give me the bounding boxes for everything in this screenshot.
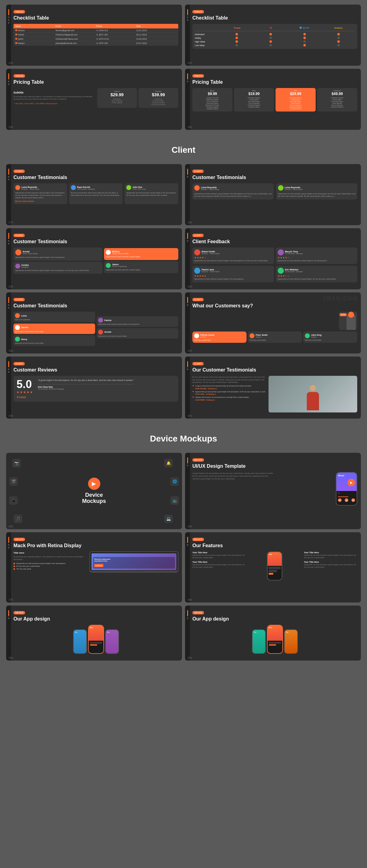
col-date: Date (136, 25, 176, 27)
slide-number: 35b (8, 525, 13, 528)
slide-testimonial-1: CLIENT Customer Testimonials Luisa Reyno… (6, 164, 182, 225)
col-phone: Phone (96, 25, 136, 27)
features-left: Your Title Here Apparently we had reache… (192, 552, 246, 568)
float-icon-laptop: 💻 (164, 515, 173, 523)
testimonial-card: Luisa Reynolds Director – Oliver Bank Ap… (13, 183, 67, 204)
testimonial-card: Ryan Everett Co-Founder, Software By the… (69, 183, 123, 204)
slide-number: 25b (8, 126, 13, 129)
device-title: DeviceMockups (82, 492, 106, 504)
slide-title: Mack Pro with Retina Display (13, 542, 178, 549)
slide-number: 27b (8, 221, 13, 224)
table-row: Quinn DGDaroni@Yahoo.com +1 2074 8712 13… (13, 37, 178, 41)
rating-number: 5.0 (17, 379, 33, 390)
plan-basic: Basic $9.99 System Tune UpProtection Aga… (192, 88, 232, 112)
badge: CLIENT (192, 169, 204, 173)
slide-testimonial-2: CLIENT Customer Testimonials Luisa Reyno… (185, 164, 361, 225)
badge: DEVICE (13, 611, 25, 614)
slide-checklist-table-1: TABLES Checklist Table Name Email Phone … (6, 5, 182, 66)
float-icon-video: 🎬 (9, 477, 18, 486)
testimonial-photo (269, 376, 357, 412)
slide-number: 21b (8, 61, 13, 64)
checklist-table: Name Email Phone Date Monica Monica@gmai… (13, 24, 178, 45)
slide-checklist-table-2: TABLES Checklist Table ✦neat ✕ 🅢 SCTV Go… (185, 5, 361, 66)
features-right: Your Title Here Apparently we had reache… (304, 552, 357, 568)
pricing-right: Starter $29.99 PhotoshopBasic & Spread1 … (97, 88, 178, 108)
quote-item: " It rings at some time from its instrum… (192, 385, 266, 390)
slide-what-customers-say: ZBAQ.COM CLIENT What our Customers say? … (185, 292, 361, 353)
badge: DEVICE (192, 538, 204, 541)
feature-item: Your Title Here Apparently we had reache… (304, 552, 357, 559)
slide-our-customer-testimonials: CLIENT Our Customer Testimonials By the … (185, 356, 361, 418)
slide-title: Client Feedback (192, 239, 357, 244)
slide-number: 28b (188, 221, 192, 224)
slide-device-mockups-main: 📷 🔔 🎬 🌐 📱 📺 🎵 💻 ▶ DeviceMockups 35b (6, 453, 182, 529)
slide-title: Customer Reviews (13, 367, 178, 373)
testimonial-card-accent: MeDiva Singer, Music Studio Apparently w… (104, 248, 178, 260)
plan-pro: Pro $29.99 Protection AgainstFishing Spa… (276, 88, 316, 112)
say-bubble-1: Patrick Junior ★★★★☆ Reaching a great he… (192, 332, 247, 343)
review-text-section: "A great height in the atmosphere, for t… (38, 379, 134, 390)
uiux-text: A great height in the atmosphere, for th… (192, 472, 274, 480)
slide-number: 22b (188, 61, 192, 64)
col-email: Email (56, 25, 96, 27)
phone-mockup-container: Music ▶ 32 ⏮ ▶ ⏭ (276, 472, 358, 506)
testimonial-card: Luisa Reynolds Director – Oliver Bank Ap… (276, 183, 358, 199)
feature-item: Your Title Here Apparently we had reache… (192, 552, 246, 559)
table-header: Name Email Phone Date (13, 24, 178, 28)
badge-tables: TABLES (13, 10, 25, 13)
badge: CLIENT (192, 362, 204, 365)
testimonial-card-featured: Arnold Actor, Stunt Studio Apparently we… (13, 247, 103, 260)
table-row: Monica Monica@gmail.com +1 2434 313 12.3… (13, 28, 178, 33)
slide-title: UI/UX Design Template (192, 463, 357, 469)
section-header-client: Client (0, 133, 367, 161)
slide-title: Pricing Table (13, 79, 178, 85)
slide-mack-pro: DEVICE Mack Pro with Retina Display Titl… (6, 532, 182, 602)
slide-our-app-2: DEVICE Our App design App Main (185, 606, 361, 660)
slide-number: 30b (188, 285, 192, 288)
slide-number: 31b (8, 349, 13, 352)
badge-tables: TABLES (192, 10, 204, 13)
testimonial-card: Cordas Designer Apparently we had reache… (13, 262, 103, 274)
feature-item: Your Title Here Apparently we had reache… (192, 561, 246, 568)
float-icon-camera: 📷 (12, 459, 21, 467)
slide-number: 39b (188, 656, 192, 659)
slide-number: 37b (8, 598, 13, 601)
quote-item: " Apparent that you had reached a great … (192, 391, 266, 395)
slide-customer-reviews: CLIENT Customer Reviews 5.0 ★★★★★ ✦neat … (6, 356, 182, 418)
badge: CLIENT (192, 298, 204, 301)
float-icon-globe: 🌐 (170, 477, 179, 486)
badge: TABLES (13, 74, 25, 78)
slide-title: Pricing Table (192, 79, 357, 85)
badge: DEVICE (192, 611, 204, 614)
testimonial-card: John Doe CEO, Tech Corp Apparently we ha… (124, 183, 178, 204)
app-phones-2: App Main App (192, 625, 357, 654)
slide-number: 33b (8, 414, 13, 417)
plan-premium: Premium $49.99 Protection AgainstFishing… (317, 88, 357, 112)
badge: DEVICE (192, 458, 204, 462)
say-bubble-2: Peter Smith ★★★★☆ Reaching a great heigh… (248, 332, 302, 343)
slide-title: Customer Testimonials (13, 175, 178, 180)
slide-title: Checklist Table (13, 15, 178, 21)
badge: CLIENT (13, 298, 25, 301)
slide-our-features: DEVICE Our Features Your Title Here Appa… (185, 532, 361, 602)
watermark: ZBAQ.COM (323, 296, 358, 302)
logo-table: ✦neat ✕ 🅢 SCTV Gooboo Dedicated Hobby (192, 24, 357, 49)
feedback-card: Eric Wellston Co-Founder, Software ★★★☆☆… (276, 266, 358, 282)
slide-number: 26b (188, 126, 192, 129)
slide-our-app-1: DEVICE Our App design App Main (6, 606, 182, 660)
testimonial-card: Luisa login to the application (13, 312, 95, 322)
slide-title: Our Customer Testimonials (192, 367, 357, 373)
badge: TABLES (192, 74, 204, 78)
slide-pricing-2: TABLES Pricing Table Basic $9.99 System … (185, 69, 361, 130)
say-bubble-3: John King ★★★★☆ Reaching a great height (303, 332, 357, 343)
slide-title: Our App design (13, 616, 178, 622)
slide-uiux-design: DEVICE UI/UX Design Template A great hei… (185, 453, 361, 529)
slide-title: What our Customers say? (192, 303, 357, 309)
badge: DEVICE (13, 538, 25, 541)
float-icon-phone: 📱 (9, 496, 18, 505)
testimonial-card: Arnold Apparently we had reached a great… (97, 328, 178, 339)
slide-testimonial-3: CLIENT Customer Testimonials Arnold Acto… (6, 228, 182, 289)
testimonial-card: Patrick Apparently we had reached a grea… (97, 316, 178, 327)
slide-number: 38b (188, 598, 192, 601)
float-icon-music: 🎵 (14, 515, 22, 523)
